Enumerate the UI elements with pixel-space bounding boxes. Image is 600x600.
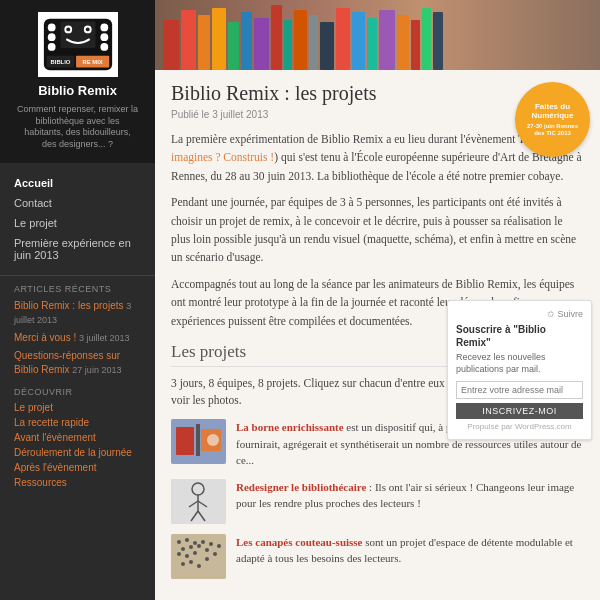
subscribe-follow-label[interactable]: ✩ Suivre <box>456 309 583 319</box>
tic-link[interactable]: Tu imagines ? Construis ! <box>171 133 556 163</box>
book-spine <box>163 20 179 70</box>
svg-point-4 <box>47 43 55 51</box>
sidebar-discover: Le projet La recette rapide Avant l'évèn… <box>0 400 155 490</box>
svg-point-34 <box>189 545 193 549</box>
book-spine <box>294 10 307 70</box>
recent-item-0[interactable]: Biblio Remix : les projets 3 juillet 201… <box>0 297 155 329</box>
sidebar: BIBLIO RE MIX Biblio Remix Comment repen… <box>0 0 155 600</box>
svg-point-44 <box>205 557 209 561</box>
discover-item-projet[interactable]: Le projet <box>0 400 155 415</box>
book-spine <box>433 12 443 70</box>
svg-point-2 <box>47 24 55 32</box>
sidebar-nav: Accueil Contact Le projet Première expér… <box>0 163 155 276</box>
book-spine <box>352 12 365 70</box>
book-spine <box>411 20 420 70</box>
logo-box: BIBLIO RE MIX <box>38 12 118 77</box>
svg-point-12 <box>85 27 89 31</box>
logo-icon: BIBLIO RE MIX <box>39 13 117 76</box>
discover-item-avant[interactable]: Avant l'évènement <box>0 430 155 445</box>
recent-item-2[interactable]: Questions-réponses sur Biblio Remix 27 j… <box>0 347 155 379</box>
book-spine <box>309 15 318 70</box>
subscribe-button[interactable]: INSCRIVEZ-MOI <box>456 403 583 419</box>
svg-text:BIBLIO: BIBLIO <box>50 59 70 65</box>
paragraph-1: Pendant une journée, par équipes de 3 à … <box>171 193 584 267</box>
header-image <box>155 0 600 70</box>
project-text-2: Les canapés couteau-suisse sont un proje… <box>236 534 584 567</box>
book-spine <box>271 5 282 70</box>
project-image-2 <box>171 534 226 579</box>
book-spine <box>254 18 269 70</box>
svg-point-21 <box>207 434 219 446</box>
book-spine <box>181 10 197 70</box>
book-spine <box>212 8 226 70</box>
svg-point-35 <box>197 544 201 548</box>
svg-text:RE MIX: RE MIX <box>82 59 102 65</box>
subscribe-powered-by: Propulsé par WordPress.com <box>456 422 583 431</box>
project-text-1: Redesigner le bibliothécaire : Ils ont l… <box>236 479 584 512</box>
book-spine <box>379 10 395 70</box>
discover-item-apres[interactable]: Après l'évènement <box>0 460 155 475</box>
svg-point-38 <box>193 551 197 555</box>
svg-point-6 <box>100 33 108 41</box>
discover-item-ressources[interactable]: Ressources <box>0 475 155 490</box>
svg-point-30 <box>177 540 181 544</box>
sidebar-recent: Biblio Remix : les projets 3 juillet 201… <box>0 297 155 379</box>
recent-item-1[interactable]: Merci à vous ! 3 juillet 2013 <box>0 329 155 347</box>
sidebar-item-accueil[interactable]: Accueil <box>0 173 155 193</box>
discover-item-recette[interactable]: La recette rapide <box>0 415 155 430</box>
subscribe-widget: ✩ Suivre Souscrire à "Biblio Remix" Rece… <box>447 300 592 440</box>
subscribe-subtitle: Recevez les nouvelles publications par m… <box>456 352 583 375</box>
project-image-0 <box>171 419 226 464</box>
svg-point-33 <box>181 547 185 551</box>
svg-point-36 <box>177 552 181 556</box>
project-item-2: Les canapés couteau-suisse sont un proje… <box>171 534 584 579</box>
project-image-1 <box>171 479 226 524</box>
book-spine <box>228 22 239 70</box>
site-name: Biblio Remix <box>38 83 117 98</box>
project-thumb-1 <box>171 479 226 524</box>
svg-rect-18 <box>176 427 194 455</box>
badge-image: Faites du Numérique 27-30 juin Rennes de… <box>515 82 590 157</box>
svg-point-42 <box>213 552 217 556</box>
articles-section-title: ARTICLES RÉCENTS <box>0 276 155 297</box>
svg-point-41 <box>209 542 213 546</box>
badge-circle: Faites du Numérique 27-30 juin Rennes de… <box>515 82 590 157</box>
book-spine <box>336 8 350 70</box>
subscribe-title: Souscrire à "Biblio Remix" <box>456 323 583 349</box>
project-thumb-0 <box>171 419 226 464</box>
svg-point-32 <box>193 541 197 545</box>
main-content: Faites du Numérique 27-30 juin Rennes de… <box>155 0 600 600</box>
svg-point-40 <box>205 548 209 552</box>
book-spines <box>155 0 451 70</box>
svg-point-31 <box>185 538 189 542</box>
book-spine <box>320 22 334 70</box>
svg-point-7 <box>100 43 108 51</box>
book-spine <box>241 12 252 70</box>
project-thumb-2 <box>171 534 226 579</box>
header-books-bg <box>155 0 600 70</box>
sidebar-item-projet[interactable]: Le projet <box>0 213 155 233</box>
svg-point-46 <box>189 560 193 564</box>
svg-point-3 <box>47 33 55 41</box>
logo-area: BIBLIO RE MIX Biblio Remix Comment repen… <box>0 0 155 163</box>
book-spine <box>367 18 378 70</box>
discover-item-deroulement[interactable]: Déroulement de la journée <box>0 445 155 460</box>
sidebar-item-contact[interactable]: Contact <box>0 193 155 213</box>
book-spine <box>397 15 409 70</box>
svg-point-47 <box>197 564 201 568</box>
book-spine <box>198 15 210 70</box>
svg-point-45 <box>181 562 185 566</box>
svg-point-5 <box>100 24 108 32</box>
project-item-1: Redesigner le bibliothécaire : Ils ont l… <box>171 479 584 524</box>
svg-rect-19 <box>196 424 200 456</box>
discover-section: DÉCOUVRIR Le projet La recette rapide Av… <box>0 379 155 490</box>
svg-point-37 <box>185 554 189 558</box>
subscribe-email-input[interactable] <box>456 381 583 399</box>
recent-articles-section: ARTICLES RÉCENTS Biblio Remix : les proj… <box>0 276 155 379</box>
discover-section-title: DÉCOUVRIR <box>0 379 155 400</box>
svg-point-43 <box>217 544 221 548</box>
svg-point-11 <box>66 27 70 31</box>
book-spine <box>422 8 431 70</box>
svg-point-39 <box>201 540 205 544</box>
sidebar-item-premiere[interactable]: Première expérience en juin 2013 <box>0 233 155 265</box>
